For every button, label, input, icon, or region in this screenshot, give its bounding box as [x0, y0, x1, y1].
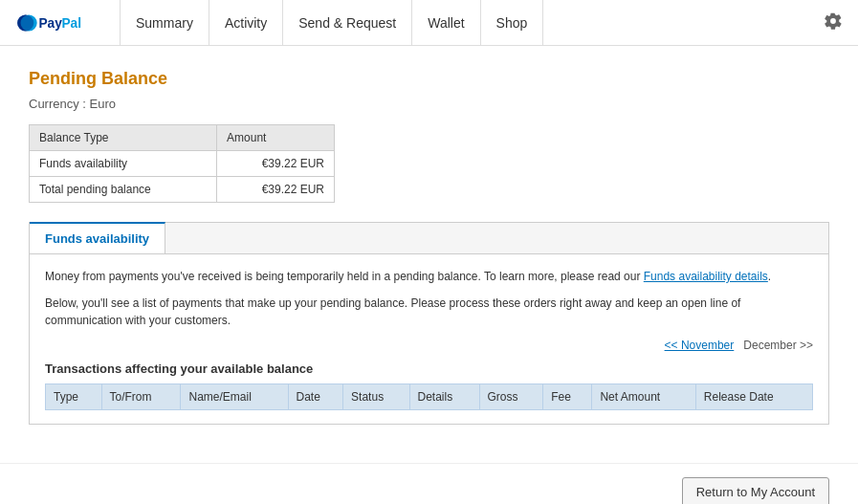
col-name-email: Name/Email — [181, 384, 288, 410]
svg-point-2 — [17, 14, 33, 31]
currency-label: Currency : Euro — [29, 97, 829, 111]
table-row: Total pending balance €39.22 EUR — [30, 177, 335, 203]
table-row: Funds availability €39.22 EUR — [30, 151, 335, 177]
balance-amount-1: €39.22 EUR — [217, 151, 335, 177]
col-date: Date — [288, 384, 343, 410]
gear-icon — [824, 11, 843, 31]
footer-bar: Return to My Account — [0, 463, 858, 504]
balance-col-amount: Amount — [217, 125, 335, 151]
col-fee: Fee — [543, 384, 592, 410]
transactions-title: Transactions affecting your available ba… — [45, 362, 813, 376]
prev-month-link[interactable]: << November — [665, 339, 735, 352]
current-month: December >> — [743, 339, 813, 352]
tab-content: Money from payments you've received is b… — [30, 254, 828, 424]
page-title: Pending Balance — [29, 69, 829, 89]
col-details: Details — [409, 384, 479, 410]
nav-send-request[interactable]: Send & Request — [282, 0, 412, 46]
return-to-account-button[interactable]: Return to My Account — [682, 477, 829, 504]
tab-container: Funds availability Money from payments y… — [29, 222, 829, 425]
logo-area: Pay Pal — [15, 11, 101, 34]
nav-shop[interactable]: Shop — [480, 0, 544, 46]
col-net-amount: Net Amount — [592, 384, 695, 410]
paypal-logo[interactable]: Pay Pal — [15, 11, 101, 34]
page-content: Pending Balance Currency : Euro Balance … — [0, 46, 858, 463]
transactions-table: Type To/From Name/Email Date Status Deta… — [45, 383, 813, 410]
pagination-row: << November December >> — [45, 339, 813, 352]
tab-para2: Below, you'll see a list of payments tha… — [45, 295, 813, 329]
col-type: Type — [46, 384, 102, 410]
header: Pay Pal Summary Activity Send & Request … — [0, 0, 858, 46]
balance-type-2: Total pending balance — [30, 177, 217, 203]
balance-col-type: Balance Type — [30, 125, 217, 151]
tab-para1: Money from payments you've received is b… — [45, 268, 813, 285]
col-release-date: Release Date — [695, 384, 812, 410]
settings-button[interactable] — [824, 11, 843, 33]
nav-wallet[interactable]: Wallet — [411, 0, 480, 46]
funds-availability-link[interactable]: Funds availability details — [644, 270, 768, 283]
svg-text:Pal: Pal — [61, 16, 81, 31]
balance-amount-2: €39.22 EUR — [217, 177, 335, 203]
main-nav: Summary Activity Send & Request Wallet S… — [121, 0, 824, 46]
col-status: Status — [343, 384, 409, 410]
svg-text:Pay: Pay — [38, 16, 62, 31]
col-to-from: To/From — [101, 384, 181, 410]
col-gross: Gross — [479, 384, 543, 410]
balance-table: Balance Type Amount Funds availability €… — [29, 124, 335, 203]
nav-summary[interactable]: Summary — [120, 0, 209, 46]
balance-type-1: Funds availability — [30, 151, 217, 177]
nav-activity[interactable]: Activity — [209, 0, 283, 46]
tab-funds-availability[interactable]: Funds availability — [30, 222, 165, 253]
tab-header: Funds availability — [30, 223, 828, 254]
